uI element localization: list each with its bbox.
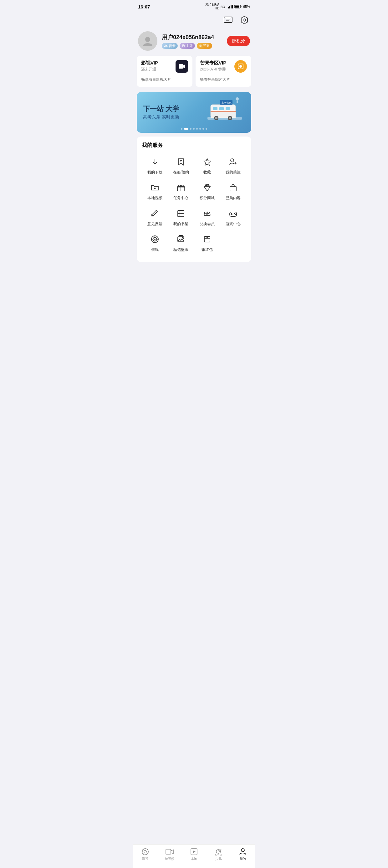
bookmark-plus-icon: [175, 156, 187, 167]
play-square-icon: [190, 848, 198, 856]
svg-point-13: [145, 37, 150, 42]
dot-5: [199, 128, 201, 130]
nav-short-video[interactable]: 短视频: [160, 847, 179, 862]
bus-svg: 高考大巴: [204, 95, 245, 126]
service-download[interactable]: 我的下载: [142, 154, 168, 179]
service-feedback-label: 意见反馈: [148, 222, 162, 226]
svg-text:高考大巴: 高考大巴: [222, 101, 231, 104]
banner-title: 下一站 大学: [143, 105, 204, 113]
service-feedback[interactable]: 意见反馈: [142, 206, 168, 231]
settings-button[interactable]: [239, 14, 250, 26]
service-local-video[interactable]: 本地视频: [142, 179, 168, 205]
dot-2: [190, 128, 192, 130]
status-time: 16:07: [138, 4, 150, 9]
services-title: 我的服务: [142, 142, 246, 149]
service-wallpaper-label: 精选壁纸: [173, 247, 188, 252]
svg-rect-26: [211, 111, 236, 112]
red-envelope-icon: [201, 234, 213, 245]
service-following[interactable]: 我的关注: [220, 154, 247, 179]
nav-film[interactable]: 影视: [136, 847, 155, 862]
profile-info: 用户024x056n862a4 普卡 V 主题: [162, 33, 223, 49]
service-points-mall[interactable]: 积分商城: [194, 179, 220, 205]
svg-rect-8: [224, 17, 232, 23]
crown-icon: [201, 208, 213, 219]
signal-icon: [228, 5, 233, 8]
mango-badge-label: 芒果: [203, 43, 210, 48]
svg-marker-11: [241, 16, 248, 24]
username: 用户024x056n862a4: [162, 33, 223, 41]
nav-local[interactable]: 本地: [185, 847, 203, 862]
service-purchased[interactable]: 已购内容: [220, 179, 247, 205]
vip-mango-subtitle: 2023-07-07到期: [200, 67, 227, 72]
settings-icon: [240, 16, 249, 24]
service-favorite[interactable]: 收藏: [194, 154, 220, 179]
service-exchange-vip[interactable]: 兑换会员: [194, 206, 220, 231]
puka-badge-label: 普卡: [169, 43, 175, 48]
top-action-bar: [133, 12, 255, 28]
zhuti-badge[interactable]: V 主题: [180, 43, 195, 49]
service-task[interactable]: 任务中心: [168, 179, 194, 205]
movie-camera-icon: [179, 64, 185, 69]
nav-kids[interactable]: 少儿: [209, 847, 228, 862]
banner-illustration: 高考大巴: [204, 95, 245, 130]
puka-badge[interactable]: 普卡: [162, 43, 178, 49]
svg-rect-3: [231, 5, 231, 8]
network-speed: 23.0 KB/S HD: [205, 3, 219, 10]
vip-mango-desc: 畅看芒果综艺大片: [200, 77, 247, 82]
svg-rect-23: [213, 107, 218, 110]
svg-rect-25: [226, 107, 230, 110]
service-task-label: 任务中心: [173, 196, 188, 200]
nav-kids-label: 少儿: [215, 857, 222, 861]
svg-rect-40: [231, 186, 232, 187]
vip-movie-desc: 畅享海量影视大片: [141, 77, 188, 82]
edit-icon: [149, 208, 161, 219]
service-borrow-money[interactable]: 借钱: [142, 231, 168, 257]
service-wallpaper[interactable]: 精选壁纸: [168, 231, 194, 257]
message-button[interactable]: [223, 14, 234, 26]
service-red-envelope-label: 赚红包: [201, 247, 213, 252]
svg-point-12: [243, 19, 246, 21]
vip-mango-icon: [234, 60, 247, 73]
mango-badge[interactable]: M 芒果: [197, 43, 212, 49]
vip-card-mango[interactable]: 芒果专区VIP 2023-07-07到期 畅看芒果综艺大片: [196, 56, 251, 87]
battery-icon: [234, 5, 242, 8]
service-bookshelf-label: 我的书架: [173, 222, 188, 226]
svg-rect-7: [235, 6, 239, 8]
status-bar: 16:07 23.0 KB/S HD 5G 65%: [133, 0, 255, 12]
service-game-center[interactable]: 游戏中心: [220, 206, 247, 231]
earn-points-button[interactable]: 赚积分: [227, 36, 250, 46]
service-borrow-label: 借钱: [151, 247, 159, 252]
service-red-envelope[interactable]: 赚红包: [194, 231, 220, 257]
svg-point-20: [239, 65, 242, 68]
nav-mine[interactable]: 我的: [233, 847, 252, 862]
svg-point-61: [147, 849, 148, 850]
avatar[interactable]: [138, 31, 157, 51]
svg-point-54: [144, 850, 147, 853]
bottom-nav: 影视 短视频 本地: [133, 844, 255, 868]
star-icon: [201, 156, 213, 167]
svg-point-67: [219, 850, 220, 851]
service-follow[interactable]: 在追/预约: [168, 154, 194, 179]
service-bookshelf[interactable]: 我的书架: [168, 206, 194, 231]
dot-1: [184, 128, 188, 130]
svg-point-45: [235, 214, 236, 215]
download-icon: [149, 156, 161, 167]
svg-text:V: V: [183, 45, 184, 47]
svg-point-56: [145, 854, 146, 855]
service-following-label: 我的关注: [226, 170, 240, 175]
status-right: 23.0 KB/S HD 5G 65%: [205, 3, 250, 10]
user-plus-icon: [227, 156, 239, 167]
5g-icon: 5G: [221, 4, 227, 9]
vip-section: 影视VIP 还未开通 畅享海量影视大片 芒果专区VIP 2023-07-07到期: [133, 56, 255, 91]
service-exchange-label: 兑换会员: [200, 222, 215, 226]
vip-mango-title: 芒果专区VIP: [200, 60, 227, 66]
svg-rect-35: [236, 100, 238, 103]
gift-icon: [175, 182, 187, 193]
banner-section[interactable]: 下一站 大学 高考头条 实时更新: [137, 92, 251, 133]
svg-rect-9: [226, 19, 230, 20]
dot-3: [193, 128, 195, 130]
vip-card-movie[interactable]: 影视VIP 还未开通 畅享海量影视大片: [137, 56, 192, 87]
svg-rect-41: [234, 186, 235, 187]
banner-text: 下一站 大学 高考头条 实时更新: [143, 105, 204, 120]
svg-text:5G: 5G: [221, 5, 225, 9]
